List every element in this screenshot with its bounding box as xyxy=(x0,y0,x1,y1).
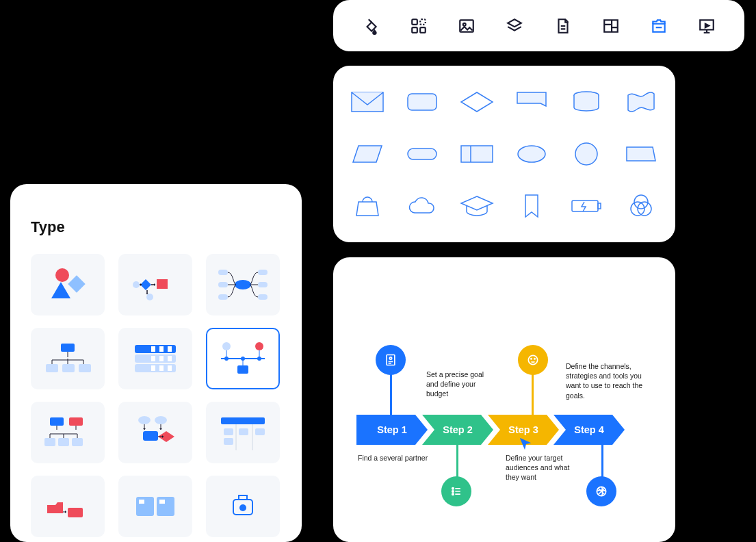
svg-point-79 xyxy=(452,493,454,495)
type-mindmap[interactable] xyxy=(206,254,280,315)
arrow-step4[interactable]: Step 4 xyxy=(553,415,625,445)
svg-point-77 xyxy=(452,488,454,490)
stem-step1 xyxy=(390,374,392,415)
shape-bookmark[interactable] xyxy=(511,186,552,226)
svg-point-20 xyxy=(55,268,69,282)
type-folder-flow[interactable] xyxy=(31,476,105,537)
type-org-chart[interactable] xyxy=(31,328,105,389)
arrow-row: Step 1 Step 2 Step 3 Step 4 xyxy=(356,415,625,445)
step3-icon[interactable] xyxy=(518,345,548,375)
svg-point-82 xyxy=(534,359,535,359)
step1-icon[interactable] xyxy=(376,345,406,375)
svg-point-80 xyxy=(528,355,537,364)
svg-point-13 xyxy=(518,146,545,162)
svg-point-51 xyxy=(222,342,231,350)
svg-rect-67 xyxy=(68,508,83,517)
shape-split-rect[interactable] xyxy=(456,134,497,174)
arrow-step2[interactable]: Step 2 xyxy=(422,415,493,445)
svg-rect-2 xyxy=(412,27,417,33)
stem-step3 xyxy=(532,374,534,415)
svg-rect-35 xyxy=(79,364,91,372)
svg-rect-26 xyxy=(218,270,228,275)
svg-rect-65 xyxy=(239,428,248,435)
shape-venn[interactable] xyxy=(621,186,662,226)
apps-icon[interactable] xyxy=(402,9,436,43)
svg-rect-72 xyxy=(159,500,165,504)
svg-rect-58 xyxy=(72,438,83,446)
svg-rect-57 xyxy=(58,438,69,446)
shape-battery[interactable] xyxy=(566,186,607,226)
type-tree-diagram[interactable] xyxy=(31,402,105,463)
shape-envelope[interactable] xyxy=(347,82,388,122)
svg-rect-40 xyxy=(159,346,164,352)
step4-icon[interactable] xyxy=(586,476,616,506)
svg-rect-31 xyxy=(258,294,268,300)
shape-graduation-cap[interactable] xyxy=(456,186,497,226)
shape-rounded-rect[interactable] xyxy=(402,82,443,122)
svg-rect-29 xyxy=(258,270,268,275)
svg-rect-33 xyxy=(46,364,58,372)
arrow-label: Step 2 xyxy=(443,424,473,435)
svg-point-60 xyxy=(155,416,167,424)
layers-icon[interactable] xyxy=(497,9,532,43)
shape-cloud[interactable] xyxy=(402,186,443,226)
templates-icon[interactable] xyxy=(642,9,676,43)
svg-rect-62 xyxy=(221,417,265,424)
type-basic-shapes[interactable] xyxy=(31,254,105,315)
type-decision-flow[interactable] xyxy=(118,402,192,463)
type-flowchart[interactable] xyxy=(118,254,192,315)
type-state[interactable] xyxy=(206,476,280,537)
svg-rect-16 xyxy=(598,203,601,209)
document-icon[interactable] xyxy=(546,9,580,43)
shape-ellipse[interactable] xyxy=(511,134,552,174)
svg-rect-32 xyxy=(61,344,75,352)
shape-trapezoid[interactable] xyxy=(621,134,662,174)
svg-rect-11 xyxy=(408,149,436,159)
svg-rect-71 xyxy=(139,500,144,504)
svg-point-81 xyxy=(531,359,532,359)
arrow-step1[interactable]: Step 1 xyxy=(356,415,428,445)
type-panel: Type xyxy=(10,184,302,542)
shape-pill[interactable] xyxy=(402,134,443,174)
fill-icon[interactable] xyxy=(354,9,388,43)
svg-point-76 xyxy=(389,357,391,359)
svg-rect-41 xyxy=(168,346,172,352)
shape-circle[interactable] xyxy=(566,134,607,174)
svg-rect-39 xyxy=(151,346,155,352)
svg-rect-69 xyxy=(136,497,154,516)
presentation-icon[interactable] xyxy=(690,9,724,43)
svg-rect-1 xyxy=(420,19,426,25)
arrow-label: Step 3 xyxy=(508,424,538,435)
svg-rect-47 xyxy=(168,365,172,371)
svg-rect-30 xyxy=(258,282,268,287)
type-cards[interactable] xyxy=(118,476,192,537)
svg-point-59 xyxy=(138,416,151,424)
shape-cylinder[interactable] xyxy=(566,82,607,122)
type-compare-table[interactable] xyxy=(118,328,192,389)
shape-flag[interactable] xyxy=(511,82,552,122)
shape-diamond[interactable] xyxy=(456,82,497,122)
svg-point-24 xyxy=(146,294,153,300)
svg-rect-54 xyxy=(50,417,64,426)
svg-rect-23 xyxy=(157,279,168,289)
svg-rect-21 xyxy=(68,275,85,292)
step2-icon[interactable] xyxy=(441,476,471,506)
steps-preview-panel: Step 1 Step 2 Step 3 Step 4 Find a sever… xyxy=(333,257,675,542)
layout-icon[interactable] xyxy=(594,9,628,43)
svg-rect-66 xyxy=(255,428,265,435)
shape-shopping-bag[interactable] xyxy=(347,186,388,226)
type-timeline[interactable] xyxy=(206,328,280,389)
svg-point-74 xyxy=(239,504,246,511)
image-icon[interactable] xyxy=(449,9,484,43)
svg-rect-12 xyxy=(461,146,493,162)
svg-rect-70 xyxy=(157,497,174,516)
shape-wave-flag[interactable] xyxy=(621,82,662,122)
shape-parallelogram[interactable] xyxy=(347,134,388,174)
step4-desc: Define the channels, strategies and tool… xyxy=(566,361,648,400)
type-kanban[interactable] xyxy=(206,402,280,463)
svg-rect-46 xyxy=(159,365,164,371)
svg-point-5 xyxy=(463,23,466,25)
svg-rect-44 xyxy=(168,356,172,361)
svg-rect-55 xyxy=(69,417,83,426)
svg-point-14 xyxy=(575,143,597,165)
